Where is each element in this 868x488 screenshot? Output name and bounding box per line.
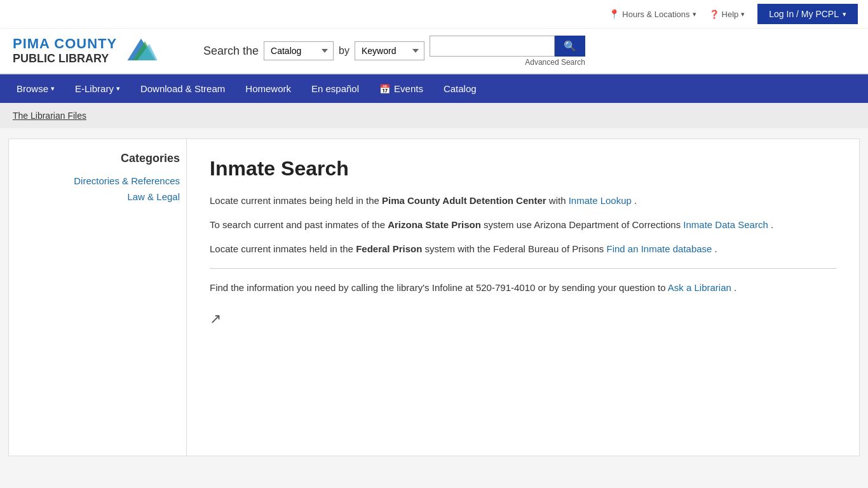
header: PIMA COUNTY PUBLIC LIBRARY Search the Ca… — [0, 29, 868, 74]
ask-librarian-link[interactable]: Ask a Librarian — [668, 282, 731, 293]
hours-chevron-icon: ▾ — [693, 10, 696, 18]
nav-browse[interactable]: Browse ▾ — [6, 74, 65, 103]
nav-download-stream[interactable]: Download & Stream — [130, 74, 235, 103]
nav-catalog[interactable]: Catalog — [433, 74, 487, 103]
sidebar-link-law[interactable]: Law & Legal — [15, 191, 180, 202]
sidebar: Categories Directories & References Law … — [9, 139, 187, 456]
search-label: Search the — [203, 44, 259, 58]
elibrary-chevron-icon: ▾ — [116, 85, 120, 93]
breadcrumb-link[interactable]: The Librarian Files — [13, 111, 86, 121]
nav-events[interactable]: 📅 Events — [369, 74, 433, 103]
catalog-select[interactable]: Catalog Website — [264, 41, 334, 60]
help-icon: ❓ — [709, 10, 719, 19]
login-chevron-icon: ▾ — [843, 10, 846, 18]
search-right-col: 🔍 Advanced Search — [430, 36, 585, 67]
location-icon: 📍 — [609, 9, 620, 19]
logo-icon — [122, 35, 160, 67]
main-nav: Browse ▾ E-Library ▾ Download & Stream H… — [0, 74, 868, 103]
logo-pima: PIMA COUNTY — [13, 36, 117, 51]
paragraph-4: Find the information you need by calling… — [210, 280, 836, 295]
nav-elibrary[interactable]: E-Library ▾ — [65, 74, 130, 103]
search-input-wrap: 🔍 — [430, 36, 585, 57]
paragraph-2: To search current and past inmates of th… — [210, 217, 836, 233]
paragraph-3: Locate current inmates held in the Feder… — [210, 241, 836, 257]
nav-espanol[interactable]: En español — [301, 74, 369, 103]
calendar-icon: 📅 — [379, 84, 390, 94]
login-button[interactable]: Log In / My PCPL ▾ — [757, 4, 858, 24]
divider — [210, 268, 836, 269]
logo-text: PIMA COUNTY PUBLIC LIBRARY — [13, 36, 117, 66]
sidebar-title: Categories — [15, 152, 180, 165]
by-label: by — [339, 45, 349, 57]
keyword-select[interactable]: Keyword Title Author Subject Series ISBN… — [355, 41, 424, 60]
content-wrap: Categories Directories & References Law … — [8, 139, 860, 456]
sidebar-link-directories[interactable]: Directories & References — [15, 175, 180, 186]
main-content: Inmate Search Locate current inmates bei… — [187, 139, 859, 456]
nav-homework[interactable]: Homework — [235, 74, 301, 103]
help-chevron-icon: ▾ — [741, 10, 745, 18]
browse-chevron-icon: ▾ — [51, 85, 55, 93]
advanced-search-link[interactable]: Advanced Search — [430, 58, 585, 67]
search-button[interactable]: 🔍 — [555, 36, 585, 57]
share-icon[interactable]: ↗ — [210, 311, 221, 327]
hours-locations-link[interactable]: 📍 Hours & Locations ▾ — [609, 9, 696, 19]
breadcrumb: The Librarian Files — [0, 103, 868, 128]
find-inmate-link[interactable]: Find an Inmate database — [606, 243, 712, 254]
logo-area: PIMA COUNTY PUBLIC LIBRARY — [13, 35, 191, 67]
inmate-lookup-link[interactable]: Inmate Lookup — [569, 195, 632, 206]
search-input[interactable] — [430, 36, 555, 57]
search-icon: 🔍 — [564, 41, 576, 51]
inmate-data-search-link[interactable]: Inmate Data Search — [683, 219, 768, 230]
paragraph-1: Locate current inmates being held in the… — [210, 193, 836, 208]
help-link[interactable]: ❓ Help ▾ — [709, 10, 745, 19]
top-bar: 📍 Hours & Locations ▾ ❓ Help ▾ Log In / … — [0, 0, 868, 29]
search-area: Search the Catalog Website by Keyword Ti… — [203, 36, 855, 67]
logo-public-library: PUBLIC LIBRARY — [13, 52, 109, 65]
page-title: Inmate Search — [210, 157, 836, 180]
